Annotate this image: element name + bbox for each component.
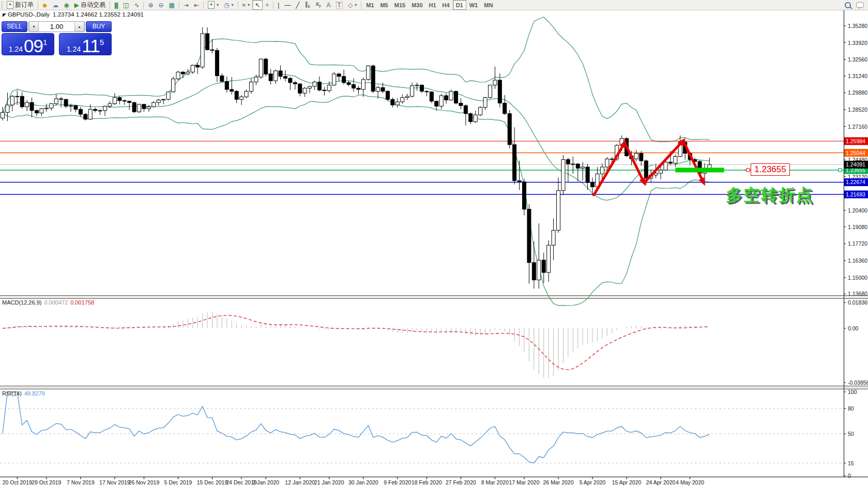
chat-icon[interactable] — [856, 2, 864, 8]
new-order-icon: + — [7, 1, 13, 9]
vline-button[interactable]: | — [275, 0, 282, 10]
svg-text:1.32560: 1.32560 — [848, 56, 867, 63]
chart-shift-button[interactable]: ⇤ — [191, 0, 202, 10]
chevron-down-icon: ▾ — [217, 3, 219, 7]
svg-text:2 Jan 2020: 2 Jan 2020 — [252, 479, 279, 485]
toolbar-grip[interactable] — [1, 2, 3, 9]
svg-text:12 Jan 2020: 12 Jan 2020 — [285, 479, 315, 485]
crosshair-icon: + — [265, 2, 269, 8]
turning-point-annotation[interactable]: 多空转折点 — [726, 184, 814, 207]
line-chart-button[interactable]: ∿ — [131, 0, 142, 10]
clock-icon: ◷ — [224, 2, 229, 8]
buy-price-sup: 5 — [100, 38, 104, 46]
tf-button-h4[interactable]: H4 — [439, 0, 453, 10]
zoom-out-icon: ⊖ — [159, 2, 164, 8]
search-icon[interactable] — [845, 2, 851, 8]
buy-price-big: 11 — [82, 39, 99, 53]
svg-text:30 Jan 2020: 30 Jan 2020 — [348, 479, 378, 485]
svg-text:100: 100 — [848, 389, 857, 395]
tile-windows-button[interactable]: ▦ — [166, 0, 177, 10]
svg-text:20 Oct 2019: 20 Oct 2019 — [3, 479, 32, 485]
new-chart-button[interactable]: +▾ — [205, 0, 221, 10]
text-label-button[interactable]: T — [333, 0, 345, 10]
tf-button-m5[interactable]: M5 — [377, 0, 391, 10]
svg-text:17 Mar 2020: 17 Mar 2020 — [509, 479, 540, 485]
chevron-down-icon: ▾ — [355, 3, 357, 7]
volume-value[interactable]: 1.00 — [39, 22, 74, 32]
bar-chart-icon: ||| — [114, 2, 118, 8]
separator — [238, 2, 238, 9]
buy-button[interactable]: BUY — [86, 21, 112, 32]
channel-button[interactable]: ∥E — [302, 0, 313, 10]
zoom-in-button[interactable]: ⊕ — [145, 0, 156, 10]
cursor-button[interactable]: ↖ — [252, 0, 263, 10]
shapes-button[interactable]: ◇▾ — [345, 0, 359, 10]
crosshair-button[interactable]: + — [263, 0, 271, 10]
bar-chart-button[interactable]: ||| — [112, 0, 120, 10]
buy-price-small: 1.24 — [67, 45, 81, 53]
svg-text:1.13680: 1.13680 — [848, 291, 867, 297]
candlestick-icon: ◫ — [123, 2, 129, 8]
separator — [273, 2, 273, 9]
new-order-button[interactable]: + 新订单 — [4, 0, 36, 10]
fibonacci-button[interactable]: ≡F — [313, 0, 324, 10]
signals-button[interactable]: ◉ — [61, 0, 71, 10]
pane-splitter[interactable] — [0, 305, 868, 308]
tf-button-m1[interactable]: M1 — [363, 0, 377, 10]
line-chart-icon: ∿ — [134, 2, 139, 8]
svg-text:1.31240: 1.31240 — [848, 73, 867, 79]
chevron-down-icon: ▼ — [32, 25, 36, 28]
svg-text:5 Dec 2019: 5 Dec 2019 — [164, 479, 192, 485]
hline-button[interactable]: — — [282, 0, 293, 10]
svg-text:21 Jan 2020: 21 Jan 2020 — [314, 479, 344, 485]
svg-text:-0.038585: -0.038585 — [848, 379, 868, 386]
sell-button[interactable]: SELL — [2, 21, 27, 32]
market-button[interactable]: ◆ — [40, 0, 50, 10]
ohlc-values: 1.23734 1.24662 1.23552 1.24091 — [53, 11, 144, 18]
new-chart-icon: + — [208, 1, 215, 9]
trendline-button[interactable]: ╱ — [293, 0, 302, 10]
svg-text:1.19080: 1.19080 — [848, 224, 867, 230]
sell-price-button[interactable]: 1.24091 — [2, 33, 54, 55]
pane-splitter[interactable] — [0, 396, 868, 399]
text-button[interactable]: A — [324, 0, 333, 10]
signals-icon: ◉ — [64, 2, 69, 8]
trendline-icon: ╱ — [296, 2, 299, 8]
tile-windows-icon: ▦ — [169, 2, 175, 8]
tf-button-mn[interactable]: MN — [481, 0, 496, 10]
cloud-icon: ☁ — [52, 2, 58, 8]
volume-decrease-button[interactable]: ▼ — [29, 22, 39, 32]
tf-button-m30[interactable]: M30 — [408, 0, 425, 10]
svg-text:50: 50 — [848, 431, 854, 437]
tf-button-m15[interactable]: M15 — [391, 0, 408, 10]
autotrading-button[interactable]: ▶ 自动交易 — [72, 0, 108, 10]
vertical-line-icon: | — [278, 2, 279, 8]
tf-button-d1[interactable]: D1 — [453, 0, 466, 10]
svg-text:1.25984: 1.25984 — [846, 138, 865, 144]
tf-button-h1[interactable]: H1 — [426, 0, 439, 10]
volume-increase-button[interactable]: ▲ — [74, 22, 84, 32]
community-button[interactable]: ☁ — [50, 0, 61, 10]
symbol-period-label: GBPUSD-,Daily — [8, 11, 50, 18]
indicators-button[interactable]: ≈▾ — [240, 0, 253, 10]
chart-canvas[interactable]: 1.352801.339201.325601.312401.298801.285… — [0, 10, 868, 486]
one-click-trading-panel: SELL ▼ 1.00 ▲ BUY 1.24091 1.24115 — [2, 21, 112, 55]
auto-scroll-button[interactable]: ⇥ — [181, 0, 191, 10]
svg-text:29 Oct 2019: 29 Oct 2019 — [32, 479, 61, 485]
svg-text:24 Apr 2020: 24 Apr 2020 — [646, 479, 676, 485]
zoom-in-icon: ⊕ — [148, 2, 153, 8]
buy-price-button[interactable]: 1.24115 — [59, 33, 112, 55]
candlestick-button[interactable]: ◫ — [120, 0, 131, 10]
zoom-out-button[interactable]: ⊖ — [156, 0, 166, 10]
chart-shift-icon: ⇤ — [194, 2, 199, 8]
svg-text:1.27160: 1.27160 — [848, 124, 867, 130]
tf-button-w1[interactable]: W1 — [466, 0, 481, 10]
support-price-label[interactable]: 1.23655 — [751, 163, 790, 176]
svg-text:1.15000: 1.15000 — [848, 275, 867, 281]
svg-text:15 Dec 2019: 15 Dec 2019 — [197, 479, 228, 485]
svg-text:1.20400: 1.20400 — [848, 207, 867, 214]
periods-button[interactable]: ◷▾ — [221, 0, 236, 10]
svg-text:17 Nov 2019: 17 Nov 2019 — [99, 479, 130, 485]
sell-price-sup: 1 — [43, 38, 47, 46]
chart-title: ◤GBPUSD-,Daily1.23734 1.24662 1.23552 1.… — [3, 11, 144, 18]
